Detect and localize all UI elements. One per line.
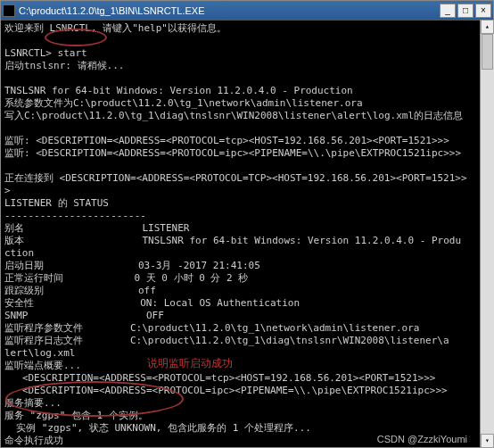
titlebar: C:\product\11.2.0\tg_1\BIN\LSNRCTL.EXE _…: [1, 1, 493, 21]
prompt: LSNRCTL>: [4, 47, 52, 59]
kv-trace: 跟踪级别 off: [4, 285, 156, 296]
terminal-output[interactable]: 欢迎来到 LSNRCTL, 请键入"help"以获得信息。 LSNRCTL> s…: [1, 21, 493, 447]
endpoints-header: 监听端点概要...: [4, 360, 81, 371]
listen-line-1: 监听: <DESCRIPTION=<ADDRESS=<PROTOCOL=tcp>…: [4, 135, 449, 146]
service-line: 服务 "zgps" 包含 1 个实例。: [4, 410, 148, 421]
connecting-arrow: >: [4, 185, 11, 196]
scroll-down-button[interactable]: ▾: [481, 434, 494, 448]
maximize-button[interactable]: □: [457, 4, 473, 18]
kv-alias: 别名 LISTENER: [4, 222, 189, 234]
endpoint-2: <DESCRIPTION=<ADDRESS=<PROTOCOL=ipc><PIP…: [22, 385, 448, 396]
listen-line-2: 监听: <DESCRIPTION=<ADDRESS=<PROTOCOL=ipc>…: [4, 147, 461, 159]
minimize-button[interactable]: _: [440, 4, 456, 18]
kv-ction: ction: [4, 247, 34, 259]
instance-line: 实例 "zgps", 状态 UNKNOWN, 包含此服务的 1 个处理程序...: [16, 422, 311, 434]
endpoint-1: <DESCRIPTION=<ADDRESS=<PROTOCOL=tcp><HOS…: [22, 372, 436, 384]
window-title: C:\product\11.2.0\tg_1\BIN\LSNRCTL.EXE: [19, 5, 440, 16]
log-file-line: 写入C:\product\11.2.0\tg_1\diag\tnslsnr\WI…: [4, 110, 463, 121]
kv-version: 版本 TNSLSNR for 64-bit Windows: Version 1…: [4, 235, 461, 246]
app-icon: [3, 4, 15, 17]
prompt-line: LSNRCTL> start: [4, 47, 87, 59]
scroll-up-button[interactable]: ▴: [481, 20, 494, 34]
status-header: LISTENER 的 STATUS: [4, 197, 109, 209]
success-line: 命令执行成功: [4, 435, 63, 446]
watermark: CSDN @ZzzkiYoumi: [377, 434, 467, 444]
vertical-scrollbar[interactable]: ▴ ▾: [480, 20, 494, 448]
kv-snmp: SNMP OFF: [4, 310, 164, 321]
scroll-thumb[interactable]: [482, 34, 493, 70]
kv-security: 安全性 ON: Local OS Authentication: [4, 297, 300, 309]
kv-logfile: 监听程序日志文件 C:\product\11.2.0\tg_1\diag\tns…: [4, 335, 449, 346]
kv-logfile-2: lert\log.xml: [4, 347, 75, 359]
kv-uptime: 正常运行时间 0 天 0 小时 0 分 2 秒: [4, 272, 248, 284]
close-button[interactable]: ×: [475, 4, 491, 18]
service-header: 服务摘要...: [4, 397, 62, 409]
command-start: start: [58, 47, 87, 59]
annotation-text: 说明监听启动成功: [147, 356, 233, 371]
kv-paramfile: 监听程序参数文件 C:\product\11.2.0\tg_1\network\…: [4, 322, 420, 334]
separator: ------------------------: [4, 210, 146, 221]
startup-line: 启动tnslsnr: 请稍候...: [4, 60, 124, 71]
connecting-line: 正在连接到 <DESCRIPTION=<ADDRESS=<PROTOCOL=TC…: [4, 172, 467, 184]
version-line: TNSLSNR for 64-bit Windows: Version 11.2…: [4, 85, 353, 96]
param-file-line: 系统参数文件为C:\product\11.2.0\tg_1\network\ad…: [4, 97, 363, 109]
kv-startdate: 启动日期 03-3月 -2017 21:41:05: [4, 260, 260, 271]
welcome-line: 欢迎来到 LSNRCTL, 请键入"help"以获得信息。: [4, 22, 226, 34]
